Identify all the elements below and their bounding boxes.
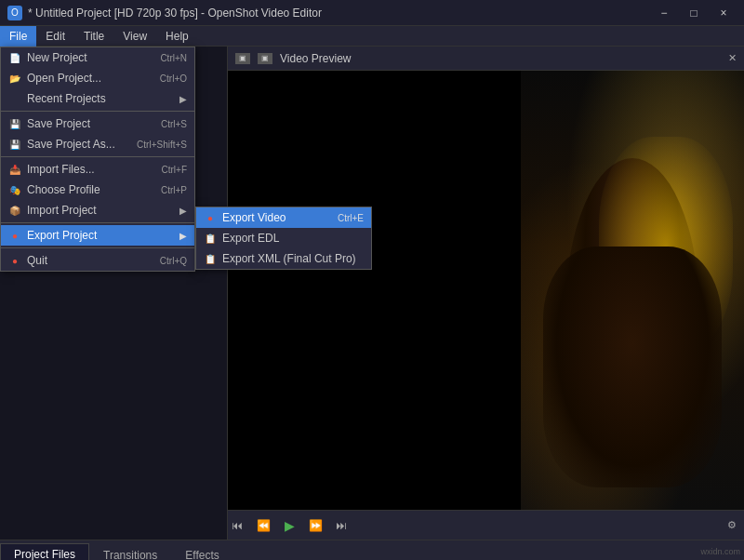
app-icon: O <box>7 6 22 20</box>
menu-bar: File Edit Title View Help <box>0 26 744 47</box>
menu-file[interactable]: File <box>0 26 36 47</box>
rewind-button[interactable]: ⏪ <box>254 516 272 535</box>
maximize-button[interactable]: □ <box>681 4 707 22</box>
sep3 <box>1 222 194 223</box>
save-icon: 💾 <box>8 117 21 130</box>
import-files-icon: 📥 <box>8 163 21 176</box>
video-preview-header: ▣ ▣ Video Preview ✕ <box>228 47 744 71</box>
main-layout: 📄 New Project Ctrl+N 📂 Open Project... C… <box>0 47 744 540</box>
watermark: wxidn.com <box>700 547 740 556</box>
sep4 <box>1 247 194 248</box>
video-preview-area[interactable] <box>228 71 744 510</box>
menu-open-project[interactable]: 📂 Open Project... Ctrl+O <box>1 68 194 88</box>
menu-help[interactable]: Help <box>156 26 198 47</box>
title-bar-controls[interactable]: − □ × <box>651 4 737 22</box>
video-thumbnail <box>521 71 744 510</box>
preview-settings-icon[interactable]: ⚙ <box>727 519 737 531</box>
tabs-bar: Project Files Transitions Effects <box>0 540 744 560</box>
import-project-icon: 📦 <box>8 204 21 217</box>
menu-save-project-as[interactable]: 💾 Save Project As... Ctrl+Shift+S <box>1 134 194 154</box>
play-button[interactable]: ▶ <box>280 516 299 535</box>
tab-effects[interactable]: Effects <box>171 543 232 560</box>
title-bar: O * Untitled Project [HD 720p 30 fps] - … <box>0 0 744 26</box>
video-thumbnail-img <box>521 71 744 510</box>
fast-forward-button[interactable]: ⏩ <box>306 516 325 535</box>
skip-start-button[interactable]: ⏮ <box>228 516 246 535</box>
minimize-button[interactable]: − <box>651 4 677 22</box>
choose-profile-icon: 🎭 <box>8 183 21 196</box>
skip-end-button[interactable]: ⏭ <box>332 516 351 535</box>
menu-new-project[interactable]: 📄 New Project Ctrl+N <box>1 47 194 68</box>
tab-project-files[interactable]: Project Files <box>0 543 89 560</box>
menu-view[interactable]: View <box>113 26 156 47</box>
menu-import-files[interactable]: 📥 Import Files... Ctrl+F <box>1 159 194 180</box>
video-preview-title: Video Preview <box>280 52 352 65</box>
right-panel: ▣ ▣ Video Preview ✕ ⏮ <box>228 47 744 540</box>
export-video-icon: ● <box>204 211 217 224</box>
title-text: * Untitled Project [HD 720p 30 fps] - Op… <box>28 7 322 20</box>
preview-close[interactable]: ✕ <box>728 52 737 64</box>
menu-title[interactable]: Title <box>74 26 113 47</box>
recent-projects-icon <box>8 92 21 105</box>
preview-icon: ▣ <box>235 53 250 64</box>
menu-edit[interactable]: Edit <box>36 26 74 47</box>
quit-icon: ● <box>8 254 21 267</box>
menu-save-project[interactable]: 💾 Save Project Ctrl+S <box>1 113 194 134</box>
person-body <box>543 247 722 488</box>
preview-icon2: ▣ <box>258 53 272 64</box>
export-xml-item[interactable]: 📋 Export XML (Final Cut Pro) <box>196 248 371 269</box>
export-edl-item[interactable]: 📋 Export EDL <box>196 228 371 248</box>
export-xml-icon: 📋 <box>204 252 217 265</box>
menu-export-project[interactable]: ● Export Project ▶ <box>1 225 194 246</box>
export-edl-icon: 📋 <box>204 232 217 245</box>
file-dropdown: 📄 New Project Ctrl+N 📂 Open Project... C… <box>0 47 195 272</box>
title-bar-left: O * Untitled Project [HD 720p 30 fps] - … <box>7 6 322 20</box>
open-project-icon: 📂 <box>8 72 21 85</box>
left-panel: 📄 New Project Ctrl+N 📂 Open Project... C… <box>0 47 228 540</box>
new-project-icon: 📄 <box>8 51 21 64</box>
save-as-icon: 💾 <box>8 138 21 151</box>
close-button[interactable]: × <box>711 4 737 22</box>
video-controls: ⏮ ⏪ ▶ ⏩ ⏭ ⚙ <box>228 510 744 540</box>
export-project-icon: ● <box>8 229 21 242</box>
video-black-bg <box>228 71 521 510</box>
menu-recent-projects[interactable]: Recent Projects ▶ <box>1 88 194 109</box>
sep2 <box>1 156 194 157</box>
menu-choose-profile[interactable]: 🎭 Choose Profile Ctrl+P <box>1 180 194 200</box>
bottom-area: Project Files Transitions Effects Timeli… <box>0 540 744 560</box>
export-submenu: ● Export Video Ctrl+E 📋 Export EDL 📋 Exp… <box>195 207 372 270</box>
export-video-item[interactable]: ● Export Video Ctrl+E <box>196 207 371 228</box>
tab-transitions[interactable]: Transitions <box>89 543 171 560</box>
menu-quit[interactable]: ● Quit Ctrl+Q <box>1 250 194 271</box>
sep1 <box>1 111 194 112</box>
menu-import-project[interactable]: 📦 Import Project ▶ <box>1 200 194 220</box>
